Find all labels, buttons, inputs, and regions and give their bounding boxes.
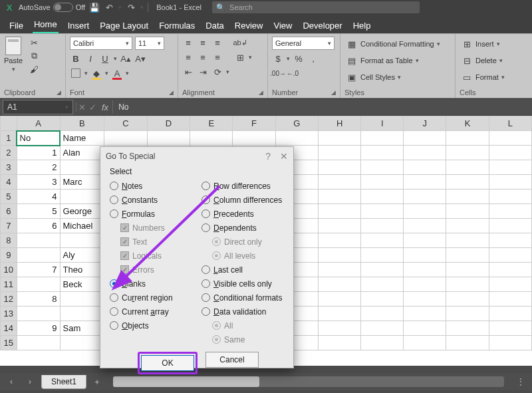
- cell[interactable]: [404, 292, 446, 307]
- cell[interactable]: [446, 204, 489, 219]
- cell[interactable]: 1: [17, 146, 60, 160]
- cell[interactable]: 7: [17, 263, 60, 277]
- cell[interactable]: Alan: [60, 146, 104, 160]
- tab-insert[interactable]: Insert: [66, 18, 91, 33]
- row-header[interactable]: 6: [1, 204, 17, 219]
- cell[interactable]: [489, 204, 531, 219]
- cell[interactable]: [489, 146, 531, 160]
- increase-font-icon[interactable]: A▴: [120, 53, 132, 65]
- cell[interactable]: [489, 233, 531, 248]
- format-painter-icon[interactable]: 🖌: [28, 63, 40, 75]
- cell[interactable]: [17, 233, 60, 248]
- wrap-text-icon[interactable]: ab↲: [234, 37, 246, 49]
- cell[interactable]: [60, 160, 104, 175]
- cell[interactable]: [361, 336, 404, 350]
- align-middle-icon[interactable]: ≡: [197, 37, 209, 49]
- col-header[interactable]: L: [489, 116, 531, 131]
- cell[interactable]: [446, 219, 489, 233]
- save-icon[interactable]: 💾: [89, 2, 100, 13]
- cell[interactable]: [361, 219, 404, 233]
- cell[interactable]: [489, 175, 531, 190]
- cell[interactable]: [233, 131, 275, 146]
- close-icon[interactable]: ✕: [280, 151, 288, 162]
- align-right-icon[interactable]: ≡: [211, 51, 223, 63]
- cell[interactable]: [446, 248, 489, 263]
- cell[interactable]: [319, 146, 361, 160]
- cell[interactable]: 4: [17, 190, 60, 204]
- underline-icon[interactable]: U: [99, 53, 111, 65]
- tab-home[interactable]: Home: [33, 17, 59, 33]
- redo-icon[interactable]: ↷: [126, 2, 136, 13]
- row-header[interactable]: 1: [1, 131, 17, 146]
- merge-icon[interactable]: ⊞: [234, 51, 246, 63]
- sheet-prev-icon[interactable]: ‹: [4, 375, 19, 388]
- increase-indent-icon[interactable]: ⇥: [197, 66, 209, 78]
- cell[interactable]: [361, 248, 404, 263]
- cancel-entry-icon[interactable]: ✕: [76, 102, 87, 112]
- format-as-table-button[interactable]: ▤Format as Table▾: [344, 53, 451, 68]
- option-visible-cells-only[interactable]: Visible cells only: [201, 278, 287, 289]
- cell[interactable]: [319, 292, 361, 307]
- cell[interactable]: [489, 292, 531, 307]
- sheet-tab[interactable]: Sheet1: [41, 375, 86, 389]
- cell[interactable]: [489, 336, 531, 350]
- cell[interactable]: [404, 307, 446, 321]
- formula-input[interactable]: No: [112, 100, 532, 114]
- cell[interactable]: [60, 336, 104, 350]
- align-left-icon[interactable]: ≡: [182, 51, 194, 63]
- cell[interactable]: [489, 131, 531, 146]
- cell-styles-button[interactable]: ▣Cell Styles▾: [344, 70, 451, 84]
- cell[interactable]: [361, 263, 404, 277]
- option-notes[interactable]: Notes: [110, 180, 195, 192]
- cell[interactable]: Beck: [60, 277, 104, 292]
- cell[interactable]: [361, 190, 404, 204]
- cell[interactable]: [17, 307, 60, 321]
- tab-page-layout[interactable]: Page Layout: [98, 18, 150, 33]
- comma-icon[interactable]: ,: [307, 53, 319, 65]
- cell[interactable]: [147, 131, 190, 146]
- cell[interactable]: [319, 204, 361, 219]
- align-center-icon[interactable]: ≡: [197, 51, 209, 63]
- option-current-array[interactable]: Current array: [110, 306, 195, 317]
- cell[interactable]: 3: [17, 175, 60, 190]
- orientation-icon[interactable]: ⟳: [211, 66, 223, 78]
- cell[interactable]: [361, 277, 404, 292]
- cell[interactable]: 5: [17, 204, 60, 219]
- tab-formulas[interactable]: Formulas: [158, 18, 196, 33]
- cell[interactable]: [319, 336, 361, 350]
- cell[interactable]: [361, 292, 404, 307]
- cell[interactable]: [489, 219, 531, 233]
- option-precedents[interactable]: Precedents: [201, 208, 287, 219]
- cell[interactable]: [404, 160, 446, 175]
- tab-view[interactable]: View: [272, 18, 293, 33]
- dialog-launcher-icon[interactable]: ◢: [331, 89, 336, 96]
- col-header[interactable]: A: [17, 116, 60, 131]
- option-formulas[interactable]: Formulas: [110, 208, 195, 219]
- cell[interactable]: [361, 160, 404, 175]
- option-dependents[interactable]: Dependents: [201, 222, 287, 233]
- undo-icon[interactable]: ↶: [104, 2, 114, 13]
- option-column-differences[interactable]: Column differences: [201, 194, 287, 205]
- col-header[interactable]: K: [446, 116, 489, 131]
- dialog-launcher-icon[interactable]: ◢: [57, 89, 61, 96]
- cell[interactable]: [319, 160, 361, 175]
- cell[interactable]: [60, 307, 104, 321]
- option-conditional-formats[interactable]: Conditional formats: [201, 292, 287, 303]
- cell[interactable]: [319, 131, 361, 146]
- cell[interactable]: [319, 190, 361, 204]
- cell[interactable]: [17, 336, 60, 350]
- cell[interactable]: [446, 263, 489, 277]
- col-header[interactable]: G: [275, 116, 318, 131]
- cell[interactable]: [190, 131, 233, 146]
- cell[interactable]: George: [60, 204, 104, 219]
- fill-color-icon[interactable]: ◆: [90, 67, 102, 79]
- col-header[interactable]: D: [147, 116, 190, 131]
- cell[interactable]: [489, 190, 531, 204]
- cell[interactable]: [319, 248, 361, 263]
- cell[interactable]: [319, 321, 361, 336]
- cell[interactable]: [17, 248, 60, 263]
- row-header[interactable]: 2: [1, 146, 17, 160]
- tab-help[interactable]: Help: [352, 18, 372, 33]
- cell[interactable]: [446, 321, 489, 336]
- cell[interactable]: [446, 233, 489, 248]
